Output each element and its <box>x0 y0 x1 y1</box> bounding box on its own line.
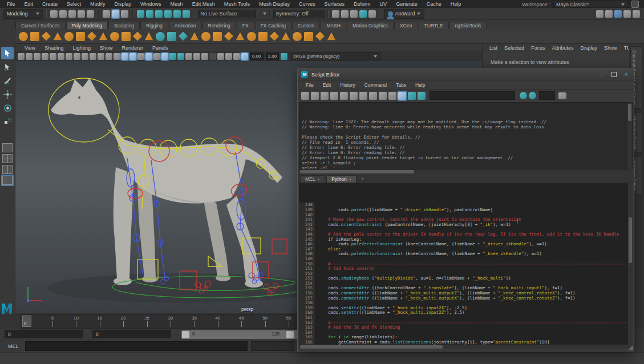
workspace-dropdown[interactable]: Maya Classic* <box>553 1 627 8</box>
echo-all-commands-icon[interactable] <box>369 92 377 100</box>
film-gate-icon[interactable] <box>74 53 80 60</box>
outliner-pane-layout-button[interactable] <box>2 176 13 185</box>
se-menu-edit[interactable]: Edit <box>318 82 336 88</box>
extract-icon[interactable] <box>213 32 222 41</box>
lasso-tool-button[interactable] <box>1 60 14 73</box>
se-menu-help[interactable]: Help <box>411 82 430 88</box>
separator-icon[interactable] <box>217 53 224 60</box>
quad-draw-icon[interactable] <box>156 32 165 41</box>
panel-layout-editor-icon[interactable] <box>614 10 622 18</box>
snap-projected-center-icon[interactable] <box>164 10 172 18</box>
shelf-tab-poly-modeling[interactable]: Poly Modeling <box>66 22 108 29</box>
menu-curves[interactable]: Curves <box>294 1 320 7</box>
svg-tool-icon[interactable] <box>133 32 142 41</box>
menu-mesh-display[interactable]: Mesh Display <box>254 1 294 7</box>
quick-help-field[interactable] <box>539 91 555 100</box>
new-tab-button[interactable]: + <box>358 176 367 183</box>
code-h-scrollbar[interactable] <box>299 345 633 349</box>
lock-workspace-icon[interactable] <box>631 1 639 8</box>
camera-attributes-icon[interactable] <box>34 53 40 60</box>
execute-selected-icon[interactable] <box>408 92 416 100</box>
shelf-tab-curves-surfaces[interactable]: Curves / Surfaces <box>15 22 66 29</box>
menu-uv[interactable]: UV <box>375 1 392 7</box>
range-slider[interactable]: 0 120 <box>181 330 304 339</box>
multisample-aa-icon[interactable] <box>177 53 184 60</box>
chevron-down-icon[interactable] <box>263 13 266 15</box>
attr-menu-focus[interactable]: Focus <box>528 45 549 51</box>
command-language-toggle[interactable]: MEL <box>8 343 25 349</box>
select-camera-icon[interactable] <box>18 53 25 60</box>
booleans-icon[interactable] <box>327 32 336 41</box>
measure-icon[interactable] <box>623 10 631 18</box>
show-help-list-icon[interactable] <box>558 92 566 99</box>
se-menu-file[interactable]: File <box>301 82 318 88</box>
shelf-tab-rigging[interactable]: Rigging <box>140 22 168 29</box>
animation-start-field[interactable]: 0 <box>5 330 83 338</box>
execute-all-icon[interactable] <box>418 92 426 100</box>
screen-space-ao-icon[interactable] <box>161 53 168 60</box>
show-stack-trace-icon[interactable] <box>379 92 387 100</box>
menu-mesh-tools[interactable]: Mesh Tools <box>220 1 254 7</box>
shelf-tab-fx[interactable]: FX <box>237 22 254 29</box>
pick-walk-icon[interactable] <box>605 10 613 18</box>
shelf-tab-mash[interactable]: MASH <box>321 22 346 29</box>
minimize-button[interactable]: – <box>597 71 605 78</box>
shelf-tab-rendering[interactable]: Rendering <box>202 22 236 29</box>
bridge-icon[interactable] <box>247 32 256 41</box>
symmetry-field[interactable]: Symmetry: Off <box>273 10 325 18</box>
extrude-icon[interactable] <box>224 32 233 41</box>
menu-surfaces[interactable]: Surfaces <box>320 1 350 7</box>
panel-menu-view[interactable]: View <box>20 45 40 51</box>
bevel-icon[interactable] <box>236 32 245 41</box>
range-end-handle[interactable] <box>286 331 294 338</box>
search-input[interactable] <box>430 91 515 100</box>
panel-menu-renderer[interactable]: Renderer <box>117 45 148 51</box>
poly-sphere-icon[interactable] <box>19 32 28 41</box>
snap-point-icon[interactable] <box>155 10 163 18</box>
viewport-renderer-icon[interactable] <box>241 53 248 60</box>
offset-edge-loop-icon[interactable] <box>315 32 325 41</box>
shelf-tab-fx-caching[interactable]: FX Caching <box>255 22 291 29</box>
gamma-value[interactable]: 1.00 <box>266 52 280 60</box>
poly-cylinder-icon[interactable] <box>42 32 51 41</box>
undo-icon[interactable] <box>78 10 85 18</box>
curve-display-icon[interactable] <box>233 53 240 60</box>
se-menu-tabs[interactable]: Tabs <box>391 82 411 88</box>
panel-menu-lighting[interactable]: Lighting <box>68 45 95 51</box>
safe-title-icon[interactable] <box>114 53 120 60</box>
use-all-lights-icon[interactable] <box>145 53 152 60</box>
snap-curve-icon[interactable] <box>146 10 153 18</box>
poly-text-icon[interactable] <box>121 32 131 41</box>
history-h-scrollbar[interactable] <box>299 169 633 174</box>
shelf-tab-motion-graphics[interactable]: Motion Graphics <box>347 22 394 29</box>
view-transform-dropdown[interactable]: sRGB gamma (legacy) <box>290 52 380 60</box>
attr-menu-selected[interactable]: Selected <box>501 45 528 51</box>
gate-mask-icon[interactable] <box>90 53 96 60</box>
poly-cone-icon[interactable] <box>53 32 62 41</box>
select-hierarchy-icon[interactable] <box>103 10 110 18</box>
menu-edit-mesh[interactable]: Edit Mesh <box>188 1 220 7</box>
save-script-icon[interactable] <box>321 92 329 100</box>
maximize-button[interactable] <box>610 71 618 78</box>
make-live-icon[interactable] <box>183 10 190 18</box>
spin-edge-icon[interactable] <box>293 32 302 41</box>
panel-menu-show[interactable]: Show <box>95 45 118 51</box>
attr-menu-list[interactable]: List <box>486 45 501 51</box>
window-resize-grip[interactable] <box>627 345 633 350</box>
shelf-tab-custom[interactable]: Custom <box>292 22 320 29</box>
menu-cache[interactable]: Cache <box>422 1 446 7</box>
file-open-icon[interactable] <box>59 10 67 18</box>
mirror-icon[interactable] <box>270 32 279 41</box>
playback-start-field[interactable]: 0 <box>92 330 171 338</box>
menu-help[interactable]: Help <box>446 1 466 7</box>
close-button[interactable]: × <box>622 71 630 78</box>
clear-history-icon[interactable] <box>350 92 358 100</box>
menu-display[interactable]: Display <box>110 1 136 7</box>
resolution-gate-icon[interactable] <box>82 53 88 60</box>
shelf-tab-animation[interactable]: Animation <box>169 22 202 29</box>
render-settings-icon[interactable] <box>350 10 358 18</box>
close-tab-icon[interactable]: × <box>349 177 352 182</box>
exposure-value[interactable]: 0.00 <box>250 52 264 60</box>
safe-action-icon[interactable] <box>106 53 112 60</box>
shelf-tab-xgen[interactable]: XGen <box>394 22 418 29</box>
